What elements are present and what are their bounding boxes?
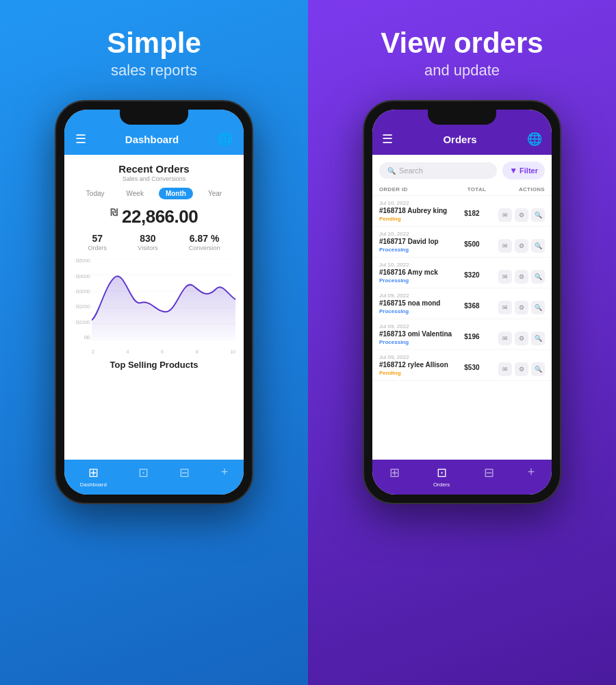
email-action-btn[interactable]: ✉ — [498, 332, 512, 345]
order-total: $196 — [464, 323, 498, 340]
orders-nav-add[interactable]: + — [528, 465, 535, 488]
email-action-btn[interactable]: ✉ — [498, 270, 512, 284]
order-status: Processing — [379, 339, 464, 345]
x-label-4: 4 — [127, 349, 129, 354]
filter-button[interactable]: ▼ Filter — [502, 162, 545, 179]
order-date: Jul 10, 2022 — [379, 200, 464, 206]
orders-nav-files[interactable]: ⊟ — [484, 465, 494, 488]
stats-row: 57 Orders 830 Visitors 6.87 % Conversion — [73, 233, 235, 251]
email-action-btn[interactable]: ✉ — [498, 239, 512, 253]
left-phone: ☰ Dashboard 🌐 Recent Orders Sales and Co… — [55, 100, 253, 504]
email-action-btn[interactable]: ✉ — [498, 301, 512, 314]
orders-add-icon: + — [528, 465, 535, 480]
settings-action-btn[interactable]: ⚙ — [515, 332, 528, 345]
order-status: Processing — [379, 277, 464, 284]
right-subtitle: and update — [424, 62, 500, 79]
menu-icon[interactable]: ☰ — [75, 132, 86, 147]
stat-conversion: 6.87 % Conversion — [189, 233, 220, 251]
orders-dashboard-icon: ⊞ — [389, 465, 400, 480]
view-action-btn[interactable]: 🔍 — [531, 208, 545, 222]
dash-header-title: Dashboard — [125, 134, 179, 145]
order-id-col: Jul 09, 2022 #168713 omi Valentina Proce… — [379, 323, 464, 345]
nav-files[interactable]: ⊟ — [179, 465, 190, 488]
email-action-btn[interactable]: ✉ — [498, 362, 512, 376]
order-actions: ✉ ⚙ 🔍 — [498, 354, 545, 376]
tab-today[interactable]: Today — [79, 188, 112, 199]
time-tabs: Today Week Month Year — [73, 188, 235, 199]
col-total: TOTAL — [467, 186, 502, 192]
x-label-2: 2 — [92, 349, 94, 354]
order-actions: ✉ ⚙ 🔍 — [498, 323, 545, 345]
dash-content: Recent Orders Sales and Conversions Toda… — [64, 155, 244, 460]
order-actions: ✉ ⚙ 🔍 — [498, 231, 545, 253]
orders-bottom-nav: ⊞ ⊡ Orders ⊟ + — [372, 460, 552, 495]
email-action-btn[interactable]: ✉ — [498, 208, 512, 222]
view-action-btn[interactable]: 🔍 — [531, 239, 545, 253]
search-box[interactable]: 🔍 Search — [379, 162, 497, 179]
stat-conversion-value: 6.87 % — [189, 233, 220, 244]
order-actions: ✉ ⚙ 🔍 — [498, 292, 545, 314]
order-id-name: #168716 Amy mck — [379, 269, 464, 276]
currency-symbol: ₪ — [110, 208, 118, 219]
order-id-name: #168715 noa mond — [379, 299, 464, 307]
order-id-col: Jul 09, 2022 #168715 noa mond Processing — [379, 292, 464, 314]
orders-menu-icon[interactable]: ☰ — [382, 132, 393, 147]
orders-nav-orders[interactable]: ⊡ Orders — [433, 465, 450, 488]
settings-action-btn[interactable]: ⚙ — [515, 270, 528, 284]
order-total: $530 — [464, 354, 498, 371]
big-amount: ₪ 22,866.00 — [73, 206, 235, 227]
order-status: Processing — [379, 308, 464, 314]
dash-globe-icon[interactable]: 🌐 — [218, 132, 233, 147]
search-placeholder: Search — [399, 166, 423, 175]
order-status: Pending — [379, 370, 464, 376]
table-row: Jul 09, 2022 #168712 rylee Allison Pendi… — [372, 350, 552, 381]
order-total: $182 — [464, 200, 498, 217]
tab-year[interactable]: Year — [201, 188, 229, 199]
left-subtitle: sales reports — [111, 62, 197, 79]
filter-label: Filter — [519, 166, 538, 175]
recent-orders-title: Recent Orders — [73, 163, 235, 175]
y-label-5000: ₪5000 — [73, 258, 92, 264]
right-panel: View orders and update ☰ Orders 🌐 🔍 — [308, 0, 616, 685]
chart-x-labels: 2 4 6 8 10 — [92, 349, 235, 354]
right-screen: ☰ Orders 🌐 🔍 Search ▼ Filter — [372, 110, 552, 495]
stat-conversion-label: Conversion — [189, 245, 220, 251]
order-date: Jul 09, 2022 — [379, 354, 464, 360]
view-action-btn[interactable]: 🔍 — [531, 362, 545, 376]
right-notch — [428, 110, 496, 125]
settings-action-btn[interactable]: ⚙ — [515, 208, 528, 222]
orders-files-icon: ⊟ — [484, 465, 494, 480]
search-icon: 🔍 — [387, 167, 396, 175]
order-total: $368 — [464, 292, 498, 310]
order-total: $500 — [464, 231, 498, 248]
dashboard-nav-icon: ⊞ — [88, 465, 99, 480]
nav-payments[interactable]: ⊡ — [138, 465, 149, 488]
settings-action-btn[interactable]: ⚙ — [515, 362, 528, 376]
chart-svg-wrap — [92, 258, 235, 340]
orders-screen: ☰ Orders 🌐 🔍 Search ▼ Filter — [372, 110, 552, 495]
y-label-1000: ₪1000 — [73, 320, 92, 325]
view-action-btn[interactable]: 🔍 — [531, 301, 545, 314]
view-action-btn[interactable]: 🔍 — [531, 270, 545, 284]
y-label-0: ₪0 — [73, 335, 92, 340]
orders-table-header: ORDER ID TOTAL ACTIONS — [372, 184, 552, 196]
dash-bottom-nav: ⊞ Dashboard ⊡ ⊟ + — [64, 460, 244, 495]
payments-nav-icon: ⊡ — [138, 465, 149, 480]
order-status: Pending — [379, 216, 464, 222]
view-action-btn[interactable]: 🔍 — [531, 332, 545, 345]
tab-week[interactable]: Week — [120, 188, 151, 199]
stat-orders-value: 57 — [88, 233, 107, 244]
nav-add[interactable]: + — [221, 465, 229, 488]
table-row: Jul 09, 2022 #168715 noa mond Processing… — [372, 288, 552, 319]
nav-dashboard[interactable]: ⊞ Dashboard — [80, 465, 107, 488]
chart-area: ₪5000 ₪4000 ₪3000 ₪2000 ₪1000 ₪0 — [73, 258, 235, 354]
tab-month[interactable]: Month — [159, 188, 193, 199]
settings-action-btn[interactable]: ⚙ — [515, 239, 528, 253]
order-id-col: Jul 10, 2022 #168717 David lop Processin… — [379, 231, 464, 253]
settings-action-btn[interactable]: ⚙ — [515, 301, 528, 314]
orders-nav-dashboard[interactable]: ⊞ — [389, 465, 400, 488]
left-notch — [120, 110, 188, 125]
orders-header-title: Orders — [443, 134, 476, 145]
table-row: Jul 10, 2022 #168717 David lop Processin… — [372, 227, 552, 258]
orders-globe-icon[interactable]: 🌐 — [527, 132, 542, 147]
